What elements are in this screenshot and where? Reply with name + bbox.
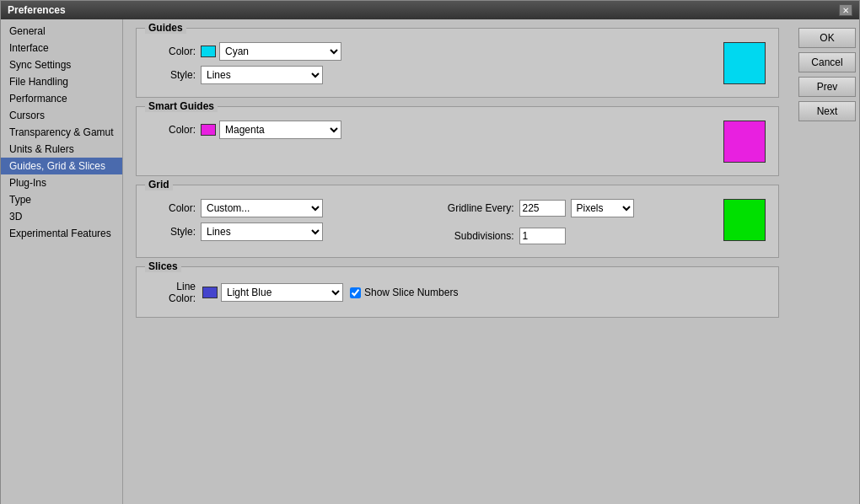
grid-left-fields: Color: Custom... Cyan Light Blue Light R… — [149, 199, 323, 241]
close-button[interactable]: ✕ — [839, 4, 852, 16]
smart-guides-color-select-container: Magenta Cyan Light Blue Light Red Green … — [201, 121, 341, 139]
sidebar-item-plug-ins[interactable]: Plug-Ins — [1, 174, 122, 191]
preferences-window: Preferences ✕ GeneralInterfaceSync Setti… — [0, 0, 860, 504]
sidebar-item-file-handling[interactable]: File Handling — [1, 73, 122, 90]
prev-button[interactable]: Prev — [798, 77, 856, 97]
cancel-button[interactable]: Cancel — [798, 52, 856, 72]
slices-section: Slices Line Color: Light Blue Cyan Light… — [136, 266, 779, 318]
guides-color-label: Color: — [149, 46, 196, 57]
grid-section-body: Color: Custom... Cyan Light Blue Light R… — [149, 199, 766, 244]
grid-gridline-input[interactable] — [519, 200, 566, 217]
grid-color-row: Color: Custom... Cyan Light Blue Light R… — [149, 199, 323, 217]
grid-style-select[interactable]: Lines Dashed Lines Dots — [201, 223, 323, 241]
slices-section-body: Line Color: Light Blue Cyan Light Red Gr… — [149, 281, 766, 304]
grid-style-label: Style: — [149, 226, 196, 238]
show-slice-numbers-text: Show Slice Numbers — [364, 287, 458, 298]
content-area: GeneralInterfaceSync SettingsFile Handli… — [1, 19, 859, 504]
guides-color-swatch-inline — [201, 46, 216, 57]
grid-color-select[interactable]: Custom... Cyan Light Blue Light Red Gree… — [201, 199, 323, 217]
smart-guides-color-label: Color: — [149, 124, 196, 136]
sidebar-item-experimental-features[interactable]: Experimental Features — [1, 225, 122, 242]
smart-guides-color-select[interactable]: Magenta Cyan Light Blue Light Red Green … — [219, 121, 341, 139]
title-bar: Preferences ✕ — [1, 1, 859, 19]
slices-color-swatch-inline — [202, 287, 218, 298]
guides-style-select[interactable]: Lines Dashed Lines — [201, 66, 323, 84]
guides-color-preview — [723, 42, 766, 84]
guides-section-title: Guides — [145, 22, 186, 34]
grid-color-preview — [723, 199, 766, 241]
sidebar-item-interface[interactable]: Interface — [1, 40, 122, 56]
smart-guides-section-title: Smart Guides — [145, 100, 218, 112]
guides-color-row: Color: Cyan Light Blue Light Red Green M… — [149, 42, 723, 61]
ok-button[interactable]: OK — [798, 28, 856, 48]
slices-line-color-select[interactable]: Light Blue Cyan Light Red Green Magenta … — [221, 283, 343, 302]
guides-color-select-container: Cyan Light Blue Light Red Green Magenta … — [201, 42, 341, 61]
grid-section-title: Grid — [145, 179, 173, 190]
smart-guides-section-body: Color: Magenta Cyan Light Blue Light Red… — [149, 121, 766, 163]
grid-layout: Color: Custom... Cyan Light Blue Light R… — [149, 199, 766, 244]
grid-subdivisions-input[interactable] — [519, 228, 566, 244]
grid-subdivisions-label: Subdivisions: — [438, 230, 514, 242]
slices-color-select-container: Light Blue Cyan Light Red Green Magenta … — [202, 283, 343, 302]
smart-guides-color-swatch-inline — [201, 124, 216, 136]
guides-style-row: Style: Lines Dashed Lines — [149, 66, 723, 84]
smart-guides-fields: Color: Magenta Cyan Light Blue Light Red… — [149, 121, 723, 139]
show-slice-numbers-label[interactable]: Show Slice Numbers — [350, 287, 458, 298]
grid-section: Grid Color: Custom... Cyan Light Blue Li… — [136, 185, 779, 258]
window-title: Preferences — [8, 4, 66, 16]
grid-gridline-label: Gridline Every: — [438, 202, 514, 214]
grid-subdivisions-row: Subdivisions: — [438, 228, 634, 244]
main-panel: Guides Color: Cyan Light Blue Light Red — [123, 19, 792, 504]
smart-guides-color-preview — [723, 121, 766, 163]
grid-style-row: Style: Lines Dashed Lines Dots — [149, 223, 323, 241]
buttons-panel: OK Cancel Prev Next — [792, 19, 859, 504]
sidebar-item-cursors[interactable]: Cursors — [1, 107, 122, 124]
grid-gridline-row: Gridline Every: Pixels Inches Cm Mm Poin… — [438, 199, 634, 217]
guides-section: Guides Color: Cyan Light Blue Light Red — [136, 28, 779, 98]
guides-color-select[interactable]: Cyan Light Blue Light Red Green Magenta … — [219, 42, 341, 61]
sidebar: GeneralInterfaceSync SettingsFile Handli… — [1, 19, 123, 504]
slices-section-title: Slices — [145, 260, 181, 272]
guides-style-label: Style: — [149, 69, 196, 81]
slices-line-color-label: Line Color: — [149, 281, 196, 304]
sidebar-item-general[interactable]: General — [1, 23, 122, 40]
show-slice-numbers-checkbox[interactable] — [350, 287, 361, 298]
sidebar-item-sync-settings[interactable]: Sync Settings — [1, 56, 122, 73]
grid-color-label: Color: — [149, 202, 196, 214]
sidebar-item-3d[interactable]: 3D — [1, 208, 122, 225]
grid-right-fields: Gridline Every: Pixels Inches Cm Mm Poin… — [438, 199, 634, 244]
guides-fields: Color: Cyan Light Blue Light Red Green M… — [149, 42, 723, 84]
smart-guides-section: Smart Guides Color: Magenta Cyan Light B… — [136, 106, 779, 176]
sidebar-item-units-rulers[interactable]: Units & Rulers — [1, 141, 122, 158]
sidebar-item-guides-grid-slices[interactable]: Guides, Grid & Slices — [1, 158, 122, 174]
slices-row: Line Color: Light Blue Cyan Light Red Gr… — [149, 281, 766, 304]
guides-section-body: Color: Cyan Light Blue Light Red Green M… — [149, 42, 766, 84]
sidebar-item-performance[interactable]: Performance — [1, 90, 122, 107]
sidebar-item-transparency-gamut[interactable]: Transparency & Gamut — [1, 124, 122, 141]
grid-units-select[interactable]: Pixels Inches Cm Mm Points Picas Percent — [571, 199, 634, 217]
smart-guides-color-row: Color: Magenta Cyan Light Blue Light Red… — [149, 121, 723, 139]
sidebar-item-type[interactable]: Type — [1, 191, 122, 208]
next-button[interactable]: Next — [798, 101, 856, 121]
